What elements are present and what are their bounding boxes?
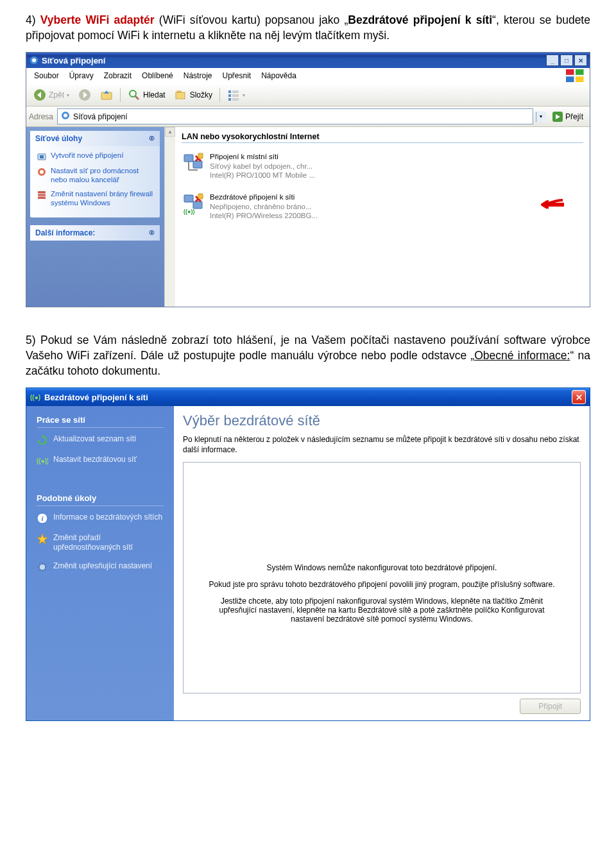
svg-point-9 (130, 90, 136, 97)
svg-rect-2 (566, 69, 574, 75)
connect-button[interactable]: Připojit (520, 699, 581, 714)
msg-cannot-configure: Systém Windows nemůže nakonfigurovat tot… (203, 563, 561, 572)
network-connections-window: Síťová připojení _ □ ✕ Soubor Úpravy Zob… (26, 52, 590, 307)
addressbar: Adresa Síťová připojení ▾ Přejít (26, 106, 590, 127)
step4-highlight: Bezdrátové připojení k síti (348, 13, 492, 26)
network-list-area: Systém Windows nemůže nakonfigurovat tot… (183, 462, 581, 694)
task-setup-wireless[interactable]: ((●)) Nastavit bezdrátovou síť (37, 455, 164, 466)
svg-rect-15 (228, 94, 231, 97)
svg-rect-13 (228, 90, 231, 93)
sidebar: Síťové úlohy ⦿ Vytvořit nové připojení (26, 127, 175, 307)
address-dropdown[interactable]: ▾ (536, 112, 546, 122)
conn-lan-title: Připojení k místní síti (210, 152, 315, 161)
menu-upravy[interactable]: Úpravy (64, 70, 99, 81)
panel-header[interactable]: Síťové úlohy ⦿ (30, 131, 160, 146)
svg-text:((●)): ((●)) (184, 208, 194, 215)
collapse-icon[interactable]: ⦿ (149, 135, 155, 142)
setup-network-icon (37, 167, 47, 177)
refresh-icon (37, 434, 48, 446)
wireless-selection-window: ((●)) Bezdrátové připojení k síti ✕ Prác… (26, 387, 590, 721)
svg-point-25 (40, 170, 44, 174)
connection-wireless[interactable]: ((●)) Bezdrátové připojení k síti Nepřip… (182, 192, 583, 220)
task-create-connection[interactable]: Vytvořit nové připojení (37, 151, 153, 162)
side-header-2: Podobné úkoly (37, 493, 164, 506)
search-button[interactable]: Hledat (123, 87, 170, 103)
red-pointer-icon (541, 199, 565, 210)
menu-napoveda[interactable]: Nápověda (256, 70, 302, 81)
svg-rect-33 (198, 153, 203, 158)
firewall-icon (37, 190, 47, 200)
close-button[interactable]: ✕ (572, 390, 586, 404)
menu-oblibene[interactable]: Oblíbené (137, 70, 178, 81)
task-reorder-preferred[interactable]: Změnit pořadí upřednostňovaných sítí (37, 533, 164, 552)
address-input[interactable]: Síťová připojení (57, 108, 533, 124)
folder-up-icon (100, 89, 113, 101)
task-wireless-info[interactable]: i Informace o bezdrátových sítích (37, 513, 164, 524)
conn-wifi-title: Bezdrátové připojení k síti (210, 192, 318, 201)
svg-line-10 (135, 96, 139, 99)
window-title: Bezdrátové připojení k síti (44, 393, 148, 402)
lan-icon (182, 152, 205, 175)
minimize-button[interactable]: _ (546, 55, 559, 66)
menu-upresnit[interactable]: Upřesnit (217, 70, 256, 81)
forward-icon (78, 89, 91, 101)
task-setup-network[interactable]: Nastavit síť pro domácnost nebo malou ka… (37, 167, 153, 185)
svg-rect-16 (232, 94, 239, 97)
task-advanced-settings[interactable]: Změnit upřesňující nastavení (37, 561, 164, 573)
go-button[interactable]: Přejít (549, 110, 587, 123)
wireless-icon: ((●)) (182, 192, 205, 216)
window-title: Síťová připojení (42, 56, 105, 65)
folders-icon (175, 89, 187, 101)
menu-soubor[interactable]: Soubor (29, 70, 64, 81)
menu-nastroje[interactable]: Nástroje (178, 70, 218, 81)
svg-rect-17 (228, 98, 231, 101)
back-button[interactable]: Zpět ▾ (29, 87, 74, 103)
titlebar[interactable]: ((●)) Bezdrátové připojení k síti ✕ (26, 388, 590, 406)
svg-rect-5 (576, 77, 584, 83)
toolbar: Zpět ▾ Hledat Složky (26, 83, 590, 106)
folders-button[interactable]: Složky (170, 87, 217, 103)
panel-more-info: Další informace: ⦿ (30, 225, 160, 241)
svg-rect-30 (193, 161, 202, 168)
views-button[interactable]: ▾ (223, 87, 250, 103)
svg-rect-11 (176, 92, 185, 99)
search-icon (128, 89, 141, 101)
windows-flag-icon (564, 69, 587, 82)
maximize-button[interactable]: □ (560, 55, 573, 66)
up-button[interactable] (96, 87, 117, 103)
side-header-1: Práce se sítí (37, 415, 164, 428)
menu-zobrazit[interactable]: Zobrazit (99, 70, 137, 81)
address-icon (60, 110, 71, 123)
wireless-window-icon: ((●)) (30, 392, 40, 402)
task-firewall[interactable]: Změnit nastavení brány firewall systému … (37, 190, 153, 208)
panel-header-2[interactable]: Další informace: ⦿ (30, 225, 160, 241)
conn-lan-adapter: Intel(R) PRO/1000 MT Mobile ... (210, 171, 315, 180)
link-general-info: Obecné informace: (474, 349, 570, 362)
scrollbar[interactable] (164, 127, 175, 307)
msg-other-software: Pokud jste pro správu tohoto bezdrátovéh… (203, 580, 561, 589)
msg-how-to-enable: Jestliže chcete, aby toto připojení nako… (203, 597, 561, 624)
svg-point-20 (64, 114, 67, 117)
close-button[interactable]: ✕ (574, 55, 587, 66)
views-icon (227, 89, 240, 101)
main-description: Po klepnutí na některou z položek v násl… (183, 434, 581, 455)
svg-point-1 (32, 58, 36, 62)
svg-rect-26 (38, 191, 46, 199)
collapse-icon[interactable]: ⦿ (149, 230, 155, 236)
conn-wifi-status: Nepřipojeno, chráněno bráno... (210, 202, 318, 211)
titlebar[interactable]: Síťová připojení _ □ ✕ (26, 53, 590, 68)
forward-button[interactable] (74, 87, 96, 103)
go-icon (552, 112, 563, 122)
star-icon (37, 533, 48, 545)
svg-rect-12 (177, 91, 181, 92)
back-icon (33, 89, 46, 101)
step-5-instruction: 5) Pokud se Vám následně zobrazí toto hl… (26, 333, 590, 378)
svg-rect-4 (566, 77, 574, 83)
connection-lan[interactable]: Připojení k místní síti Síťový kabel byl… (182, 152, 583, 180)
conn-wifi-adapter: Intel(R) PRO/Wireless 2200BG... (210, 211, 318, 220)
info-icon: i (37, 513, 48, 524)
panel-network-tasks: Síťové úlohy ⦿ Vytvořit nové připojení (30, 131, 160, 217)
svg-rect-23 (40, 155, 44, 158)
task-refresh-list[interactable]: Aktualizovat seznam sítí (37, 434, 164, 446)
svg-rect-18 (232, 98, 239, 101)
